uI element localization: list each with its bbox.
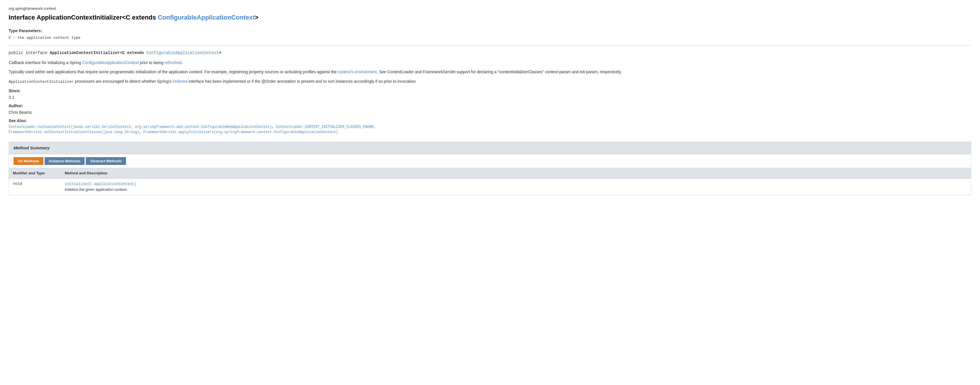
author-section: Author: Chris Beams: [9, 103, 971, 116]
sig-link[interactable]: ConfigurableApplicationContext: [146, 51, 219, 55]
sig-class-name: ApplicationContextInitializer<C extends: [50, 51, 146, 55]
desc1-middle: prior to being: [139, 60, 165, 65]
desc2-link[interactable]: context's environment: [338, 70, 377, 74]
sig-close: >: [219, 51, 221, 55]
description-para1: Callback interface for initializing a Sp…: [9, 59, 971, 66]
see-also-link-3[interactable]: FrameworkServlet.setContextInitializerCl…: [9, 130, 139, 134]
description-para2: Typically used within web applications t…: [9, 69, 971, 75]
since-section: Since: 3.1: [9, 88, 971, 101]
see-also-link-4[interactable]: FrameworkServlet.applyInitializers(org.s…: [143, 130, 338, 134]
type-params-section: Type Parameters: C - the application con…: [9, 28, 971, 41]
class-title-suffix: >: [255, 14, 258, 21]
tab-abstract-methods[interactable]: Abstract Methods: [86, 157, 126, 165]
type-params-value: C - the application context type: [9, 35, 971, 41]
method-desc: Initialize the given application context…: [65, 187, 127, 192]
sig-public: public interface: [9, 51, 50, 55]
class-title-prefix: Interface ApplicationContextInitializer<…: [9, 14, 158, 21]
method-tabs: All Methods Instance Methods Abstract Me…: [9, 154, 971, 168]
method-modifier: void: [9, 178, 61, 195]
desc3-link[interactable]: Ordered: [173, 79, 187, 84]
table-row: void initialize(C applicationContext) In…: [9, 178, 971, 195]
col-modifier-type: Modifier and Type: [9, 168, 61, 178]
desc1-link1[interactable]: ConfigurableApplicationContext: [82, 60, 139, 65]
author-value: Chris Beams: [9, 109, 971, 116]
class-signature: public interface ApplicationContextIniti…: [9, 50, 971, 56]
see-also-link-2[interactable]: ContextLoader.CONTEXT_INITIALIZER_CLASSE…: [276, 125, 373, 129]
see-also-links: ContextLoader.customizeContext(javax.ser…: [9, 124, 971, 135]
method-summary-box: Method Summary All Methods Instance Meth…: [9, 142, 971, 195]
desc2-main: Typically used within web applications t…: [9, 70, 338, 74]
class-title-link[interactable]: ConfigurableApplicationContext: [158, 14, 255, 21]
package-name: org.springframework.context: [9, 6, 971, 11]
description-para3: ApplicationContextInitializer processors…: [9, 78, 971, 85]
desc1-suffix: .: [181, 60, 183, 65]
see-also-label: See Also:: [9, 118, 971, 124]
desc3-suffix: interface has been implemented or if the…: [187, 79, 417, 84]
method-link[interactable]: initialize(C applicationContext): [65, 182, 137, 186]
method-summary-header: Method Summary: [9, 142, 971, 155]
type-params-label: Type Parameters:: [9, 28, 971, 34]
tab-instance-methods[interactable]: Instance Methods: [45, 157, 85, 165]
method-table: Modifier and Type Method and Description…: [9, 168, 971, 195]
desc1-link2[interactable]: refreshed: [165, 60, 181, 65]
class-title: Interface ApplicationContextInitializer<…: [9, 13, 971, 22]
tab-all-methods[interactable]: All Methods: [14, 157, 43, 165]
since-label: Since:: [9, 88, 971, 94]
method-cell: initialize(C applicationContext) Initial…: [61, 178, 971, 195]
see-also-section: See Also: ContextLoader.customizeContext…: [9, 118, 971, 135]
desc2-suffix: . See ContextLoader and FrameworkServlet…: [377, 70, 622, 74]
table-header-row: Modifier and Type Method and Description: [9, 168, 971, 178]
since-value: 3.1: [9, 95, 971, 101]
author-label: Author:: [9, 103, 971, 109]
desc3-middle: processors are encouraged to detect whet…: [74, 79, 173, 84]
see-also-link-1[interactable]: ContextLoader.customizeContext(javax.ser…: [9, 125, 272, 129]
desc1-prefix: Callback interface for initializing a Sp…: [9, 60, 82, 65]
desc3-prefix: ApplicationContextInitializer: [9, 79, 74, 84]
col-method-desc: Method and Description: [61, 168, 971, 178]
